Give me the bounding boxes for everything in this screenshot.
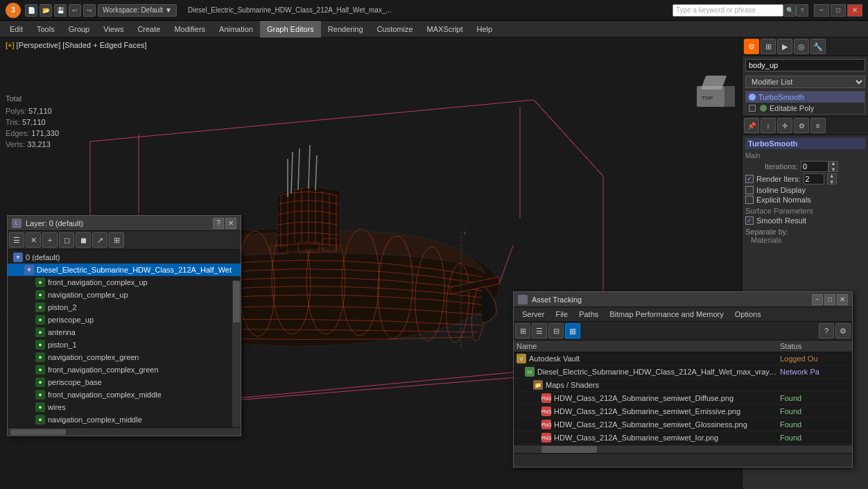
ap-tb-btn4[interactable]: ▦ [565,323,580,338]
lp-tb-delete[interactable]: ✕ [26,232,41,248]
asset-panel-min-btn[interactable]: − [812,294,823,305]
menu-animation[interactable]: Animation [212,21,260,37]
mod-tb-pin[interactable]: 📌 [744,118,759,133]
menu-modifiers[interactable]: Modifiers [167,21,212,37]
ts-isoline-checkbox[interactable] [745,186,754,194]
menu-rendering[interactable]: Rendering [321,21,370,37]
layer-item-front-nav-mid[interactable]: ● front_navigation_complex_middle [8,388,241,401]
rp-tab-hierarchy[interactable]: ⊞ [761,39,776,54]
mod-tb-move[interactable]: ✛ [777,118,792,133]
editpoly-checkbox[interactable] [749,105,756,112]
modifier-list-dropdown[interactable]: Modifier List [745,76,865,88]
asset-row-emissive[interactable]: PNG HDW_Class_212A_Submarine_semiwet_Emi… [514,405,852,418]
layer-item-wires[interactable]: ● wires [8,401,241,413]
layer-item-nav-up[interactable]: ● navigation_complex_up [8,289,241,301]
open-btn[interactable]: 📂 [40,4,52,17]
layer-item-periscope-up[interactable]: ● periscope_up [8,314,241,326]
lp-tb-add-sel[interactable]: ◼ [76,232,91,248]
menu-graph-editors[interactable]: Graph Editors [260,21,321,37]
menu-tools[interactable]: Tools [30,21,62,37]
menu-customize[interactable]: Customize [370,21,420,37]
menu-views[interactable]: Views [96,21,130,37]
close-button[interactable]: ✕ [847,4,862,17]
rp-tab-modify[interactable]: ⚙ [744,39,759,54]
layer-item-submarine[interactable]: ▼ Diesel_Electric_Submarine_HDW_Class_21… [8,264,241,276]
mod-tb-list[interactable]: ≡ [810,118,826,133]
lp-tb-all[interactable]: ⊞ [109,232,124,248]
ts-iterations-spinner[interactable]: ▲▼ [828,161,838,172]
layer-item-piston2[interactable]: ● piston_2 [8,301,241,314]
ap-menu-file[interactable]: File [550,307,573,321]
layer-scrollbar-thumb[interactable] [233,281,240,323]
ap-menu-options[interactable]: Options [729,307,767,321]
ap-menu-paths[interactable]: Paths [573,307,604,321]
asset-panel-titlebar[interactable]: Asset Tracking − □ ✕ [514,292,852,307]
asset-panel-close-btn[interactable]: ✕ [837,294,848,305]
ap-tb-settings-btn[interactable]: ⚙ [835,323,851,338]
ts-render-iters-spinbox[interactable]: 2 [804,173,824,185]
asset-row-diffuse[interactable]: PNG HDW_Class_212A_Submarine_semiwet_Dif… [514,392,852,405]
ts-render-iters-checkbox[interactable] [745,175,754,183]
menu-edit[interactable]: Edit [3,21,30,37]
undo-btn[interactable]: ↩ [69,4,81,17]
layer-item-front-nav-green[interactable]: ● front_navigation_complex_green [8,363,241,376]
new-btn[interactable]: 📄 [25,4,37,17]
menu-maxscript[interactable]: MAXScript [420,21,470,37]
ap-tb-btn3[interactable]: ⊟ [548,323,564,338]
lp-tb-select-obj[interactable]: ◻ [59,232,74,248]
ts-render-iters-spinner[interactable]: ▲▼ [827,173,837,185]
ap-menu-server[interactable]: Server [517,307,550,321]
lp-tb-move-sel[interactable]: ↗ [92,232,107,248]
nav-cube[interactable]: TOP [693,72,735,114]
rp-tab-utilities[interactable]: 🔧 [810,39,826,54]
layer-item-nav-green[interactable]: ● navigation_complex_green [8,351,241,363]
ts-explicit-normals-checkbox[interactable] [745,196,754,204]
asset-row-maps[interactable]: 📁 Maps / Shaders [514,379,852,392]
redo-btn[interactable]: ↪ [83,4,96,17]
search-icon[interactable]: 🔍 [783,4,796,17]
layer-item-nav-mid[interactable]: ● navigation_complex_middle [8,413,241,426]
asset-row-glossiness[interactable]: PNG HDW_Class_212A_Submarine_semiwet_Glo… [514,418,852,431]
ap-tb-btn1[interactable]: ⊞ [515,323,530,338]
layer-panel-scrollbar[interactable] [232,280,241,427]
layer-item-antenna[interactable]: ● antenna [8,326,241,338]
layer-panel-titlebar[interactable]: L Layer: 0 (default) ? ✕ [8,216,241,231]
save-btn[interactable]: 💾 [54,4,67,17]
menu-group[interactable]: Group [62,21,97,37]
modifier-turbosmooth[interactable]: TurboSmooth [746,92,865,103]
asset-hscroll-thumb[interactable] [541,446,597,453]
layer-item-front-nav[interactable]: ● front_navigation_complex_up [8,276,241,289]
ts-iterations-spinbox[interactable]: 0 [801,161,828,172]
layer-panel-close-btn[interactable]: ✕ [225,218,236,229]
asset-panel-hscroll[interactable] [514,445,852,453]
help-icon[interactable]: ? [796,4,808,17]
layer-panel-help-btn[interactable]: ? [213,218,224,229]
asset-row-vault[interactable]: V Autodesk Vault Logged Ou [514,352,852,366]
layer-item-piston1[interactable]: ● piston_1 [8,338,241,351]
modifier-editpoly[interactable]: Editable Poly [746,103,865,114]
mod-tb-cursor[interactable]: ↕ [761,118,776,133]
ap-tb-help-btn[interactable]: ? [819,323,834,338]
workspace-dropdown[interactable]: Workspace: Default ▼ [98,4,177,17]
menu-create[interactable]: Create [130,21,167,37]
layer-hscroll-thumb[interactable] [10,429,66,435]
object-name-field[interactable] [745,59,865,71]
mod-tb-configure[interactable]: ⚙ [794,118,809,133]
layer-panel-hscroll[interactable] [8,427,241,436]
asset-row-max-file[interactable]: M Diesel_Electric_Submarine_HDW_Class_21… [514,366,852,379]
asset-panel-max-btn[interactable]: □ [824,294,835,305]
rp-tab-motion[interactable]: ▶ [777,39,792,54]
lp-tb-add[interactable]: + [42,232,58,248]
lp-tb-layers[interactable]: ☰ [9,232,24,248]
ts-smooth-result-checkbox[interactable] [745,216,754,225]
menu-help[interactable]: Help [470,21,500,37]
ap-tb-btn2[interactable]: ☰ [532,323,547,338]
minimize-button[interactable]: − [814,4,829,17]
maximize-button[interactable]: □ [831,4,846,17]
layer-item-periscope-base[interactable]: ● periscope_base [8,376,241,388]
ap-menu-bitmap[interactable]: Bitmap Performance and Memory [604,307,729,321]
rp-tab-display[interactable]: ◎ [794,39,809,54]
search-box[interactable]: Type a keyword or phrase [672,4,783,17]
asset-row-ior[interactable]: PNG HDW_Class_212A_Submarine_semiwet_Ior… [514,431,852,445]
layer-item-default[interactable]: ▼ 0 (default) [8,251,241,264]
